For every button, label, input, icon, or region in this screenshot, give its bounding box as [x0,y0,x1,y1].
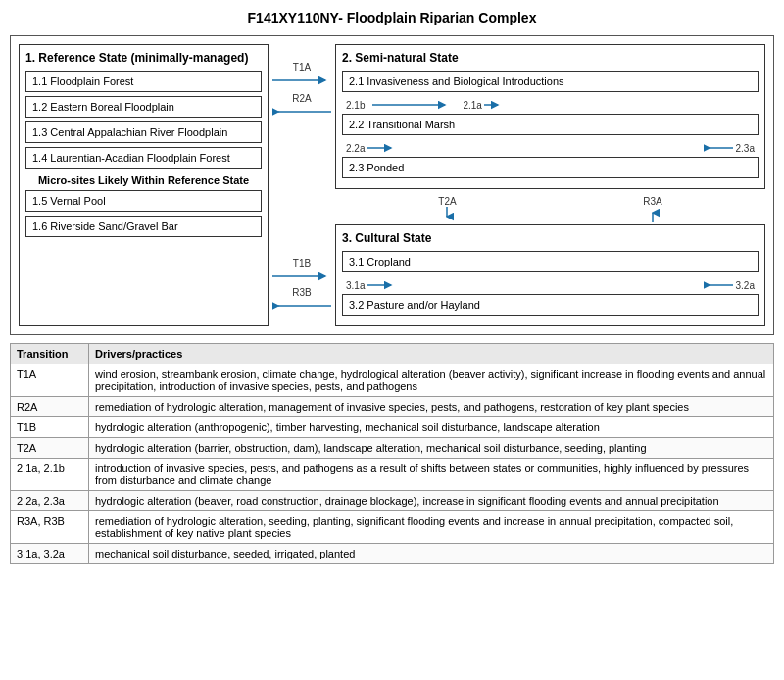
transition-cell: T1B [11,417,89,438]
table-row: 2.1a, 2.1bintroduction of invasive speci… [11,459,774,491]
community-1-3: 1.3 Central Appalachian River Floodplain [25,121,262,143]
description-cell: introduction of invasive species, pests,… [89,459,774,491]
description-cell: hydrologic alteration (beaver, road cons… [89,491,774,511]
T1A-label: T1A [293,62,311,73]
arrow-2-1a-label: 2.1a [463,100,481,111]
state2-title: 2. Semi-natural State [342,51,759,65]
state3-title: 3. Cultural State [342,231,759,245]
microsites-label: Micro-sites Likely Within Reference Stat… [25,174,262,186]
transition-cell: R2A [11,397,89,417]
community-1-1: 1.1 Floodplain Forest [25,71,262,92]
description-cell: hydrologic alteration (anthropogenic), t… [89,417,774,438]
transition-cell: 2.2a, 2.3a [11,491,89,511]
description-cell: hydrologic alteration (barrier, obstruct… [89,438,774,459]
table-row: R2Aremediation of hydrologic alteration,… [11,397,774,417]
table-row: T2Ahydrologic alteration (barrier, obstr… [11,438,774,459]
table-header-drivers: Drivers/practices [89,344,774,364]
description-cell: remediation of hydrologic alteration, ma… [89,397,774,417]
table-header-transition: Transition [11,344,89,364]
description-cell: wind erosion, streambank erosion, climat… [89,364,774,397]
T1B-label: T1B [293,258,311,268]
community-2-3: 2.3 Ponded [342,157,759,178]
arrow-3-2a-label: 3.2a [736,280,755,291]
R3A-label: R3A [643,196,662,207]
table-row: T1Awind erosion, streambank erosion, cli… [11,364,774,397]
table-row: 2.2a, 2.3ahydrologic alteration (beaver,… [11,491,774,511]
community-2-2: 2.2 Transitional Marsh [342,114,759,135]
state1-title: 1. Reference State (minimally-managed) [25,51,262,65]
arrow-2-1b-label: 2.1b [346,100,365,111]
community-1-4: 1.4 Laurentian-Acadian Floodplain Forest [25,147,262,169]
description-cell: remediation of hydrologic alteration, se… [89,511,774,544]
arrow-2-2a [368,140,397,156]
transition-cell: T1A [11,364,89,397]
arrow-3-2a [704,277,733,293]
R3A-arrow [646,207,660,222]
R3B-label: R3B [292,287,311,298]
table-row: R3A, R3Bremediation of hydrologic altera… [11,511,774,544]
R3B-arrow [272,299,331,313]
T2A-arrow [440,207,454,222]
R2A-label: R2A [292,93,311,104]
transition-cell: R3A, R3B [11,511,89,544]
community-3-2: 3.2 Pasture and/or Hayland [342,294,759,316]
table-row: 3.1a, 3.2amechanical soil disturbance, s… [11,544,774,564]
transition-cell: 3.1a, 3.2a [11,544,89,564]
state2-box: 2. Semi-natural State 2.1 Invasiveness a… [335,44,765,189]
arrow-3-1a [368,277,397,293]
T1B-arrow [272,269,331,283]
arrow-2-1a [484,97,504,113]
community-3-1: 3.1 Cropland [342,251,759,272]
community-2-1: 2.1 Invasiveness and Biological Introduc… [342,71,759,92]
arrow-2-3a-label: 2.3a [736,143,755,154]
R2A-arrow [272,105,331,119]
arrow-2-2a-label: 2.2a [346,143,365,154]
community-1-6: 1.6 Riverside Sand/Gravel Bar [25,216,262,237]
arrow-2-3a [704,140,733,156]
page-title: F141XY110NY- Floodplain Riparian Complex [10,10,774,25]
T1A-arrow [272,73,331,87]
table-row: T1Bhydrologic alteration (anthropogenic)… [11,417,774,438]
state1-box: 1. Reference State (minimally-managed) 1… [19,44,269,326]
arrow-2-1b [372,97,451,113]
transition-cell: 2.1a, 2.1b [11,459,89,491]
transition-cell: T2A [11,438,89,459]
arrow-3-1a-label: 3.1a [346,280,365,291]
description-cell: mechanical soil disturbance, seeded, irr… [89,544,774,564]
community-1-5: 1.5 Vernal Pool [25,190,262,212]
community-1-2: 1.2 Eastern Boreal Floodplain [25,96,262,118]
T2A-label: T2A [438,196,456,207]
transitions-table: Transition Drivers/practices T1Awind ero… [10,343,774,564]
state3-box: 3. Cultural State 3.1 Cropland 3.1a [335,224,765,326]
